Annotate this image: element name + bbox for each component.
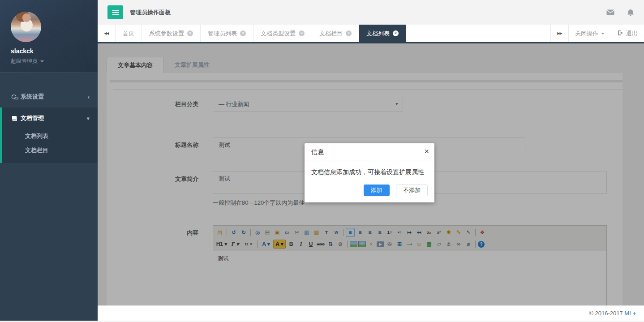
sidebar-group-docs: 文档管理 ▾ 文档列表 文档栏目 <box>0 107 98 163</box>
user-role-dropdown[interactable]: 超级管理员 <box>11 57 98 65</box>
sidebar-item-doc-management[interactable]: 文档管理 ▾ <box>2 107 98 129</box>
dialog-title: 信息 <box>311 148 324 155</box>
caret-down-icon <box>601 33 605 34</box>
tab-label: 管理员列表 <box>208 30 237 38</box>
hamburger-icon <box>112 12 119 13</box>
caret-down-icon <box>40 60 44 62</box>
sidebar-item-system-settings[interactable]: 系统设置 ‹ <box>0 86 98 107</box>
open-tabs: 首页 系统参数设置 × 管理员列表 × 文档类型设置 × 文档栏目 × 文档列表… <box>116 25 406 42</box>
avatar[interactable] <box>11 12 41 42</box>
user-role-label: 超级管理员 <box>11 57 38 65</box>
sidebar-item-doc-list[interactable]: 文档列表 <box>2 129 98 143</box>
sidebar: slackck 超级管理员 系统设置 ‹ 文档管理 ▾ 文档列表 文档栏目 <box>0 0 98 321</box>
tab-label: 文档栏目 <box>319 30 343 38</box>
tab-system-params[interactable]: 系统参数设置 × <box>142 25 201 42</box>
dialog-message: 文档信息添加成功，可接着设置扩展属性 <box>305 160 434 184</box>
scroll-tabs-left-button[interactable]: ◀◀ <box>98 25 116 42</box>
page-title: 管理员操作面板 <box>130 0 171 25</box>
tab-doc-list-active[interactable]: 文档列表 × <box>359 25 406 42</box>
logout-button[interactable]: 退出 <box>611 25 644 42</box>
tab-label: 文档类型设置 <box>261 30 296 38</box>
close-tab-icon[interactable]: × <box>393 30 399 36</box>
notifications-bell-icon[interactable] <box>627 9 634 16</box>
copyright-text: © 2016-2017 <box>589 310 623 317</box>
tab-label: 首页 <box>123 30 134 38</box>
messages-icon[interactable] <box>606 9 614 15</box>
page-footer: © 2016-2017 ML+ <box>98 305 644 321</box>
top-header: 管理员操作面板 <box>98 0 644 25</box>
sidebar-item-label: 文档管理 <box>21 114 44 122</box>
close-tab-icon[interactable]: × <box>299 30 305 36</box>
add-button[interactable]: 添加 <box>364 185 390 196</box>
sign-out-icon <box>618 30 623 37</box>
dialog-footer: 添加 不添加 <box>305 184 434 202</box>
chevron-left-icon: ‹ <box>88 94 90 100</box>
info-dialog: 信息 × 文档信息添加成功，可接着设置扩展属性 添加 不添加 <box>305 143 434 202</box>
main-area: 管理员操作面板 ◀◀ 首页 系统参数设置 × 管理员列表 × <box>98 0 644 322</box>
dialog-close-icon[interactable]: × <box>424 143 429 159</box>
sidebar-toggle-button[interactable] <box>107 5 123 19</box>
close-tab-icon[interactable]: × <box>240 30 246 36</box>
brand-link[interactable]: ML+ <box>624 310 636 317</box>
user-profile: slackck 超级管理员 <box>0 0 98 73</box>
scroll-tabs-right-button[interactable]: ▶▶ <box>550 25 568 42</box>
tab-doc-type-settings[interactable]: 文档类型设置 × <box>253 25 312 42</box>
gears-icon <box>11 94 21 100</box>
content-area: 文章基本内容 文章扩展属性 栏目分类 — 行业新闻 ▼ 标题名称 <box>98 43 644 305</box>
dialog-header: 信息 × <box>305 143 434 160</box>
sidebar-nav: 系统设置 ‹ 文档管理 ▾ 文档列表 文档栏目 <box>0 86 98 163</box>
sidebar-item-doc-column[interactable]: 文档栏目 <box>2 143 98 158</box>
close-operations-dropdown[interactable]: 关闭操作 <box>568 25 611 42</box>
tab-doc-column[interactable]: 文档栏目 × <box>312 25 359 42</box>
tab-label: 系统参数设置 <box>149 30 184 38</box>
book-icon <box>11 115 21 122</box>
chevron-down-icon: ▾ <box>86 115 90 122</box>
close-tab-icon[interactable]: × <box>346 30 352 36</box>
sidebar-item-label: 系统设置 <box>21 93 44 101</box>
tab-admin-list[interactable]: 管理员列表 × <box>201 25 253 42</box>
skip-add-button[interactable]: 不添加 <box>396 185 428 196</box>
doc-submenu: 文档列表 文档栏目 <box>2 129 98 163</box>
tab-label: 文档列表 <box>366 30 390 38</box>
open-tabs-bar: ◀◀ 首页 系统参数设置 × 管理员列表 × 文档类型设置 × 文档栏目 × <box>98 25 644 43</box>
tab-home[interactable]: 首页 <box>116 25 142 42</box>
username: slackck <box>11 47 98 55</box>
close-tab-icon[interactable]: × <box>187 30 193 36</box>
